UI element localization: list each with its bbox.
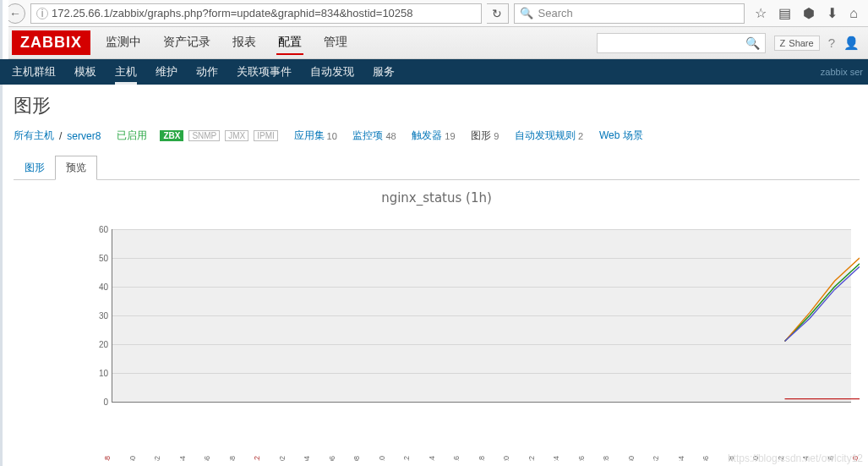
chart-x-axis: 10-11 23:4823:5023:5223:5423:5623:5810-1… (112, 405, 851, 456)
apps-count: 10 (327, 131, 337, 141)
xtick: 10-11 23:48 (103, 456, 112, 461)
site-info-icon[interactable]: i (36, 8, 48, 19)
chart-preview: nginx_status (1h) 0102030405060 10-11 23… (14, 190, 860, 461)
downloads-icon[interactable]: ⬇ (827, 5, 838, 21)
global-search-input[interactable]: 🔍 (597, 33, 766, 53)
bookmark-icon[interactable]: ☆ (755, 5, 767, 21)
ytick: 20 (99, 340, 108, 349)
items-count: 48 (385, 131, 396, 141)
tab-preview[interactable]: 预览 (55, 156, 97, 180)
chart-title: nginx_status (1h) (14, 190, 860, 206)
crumb-discovery[interactable]: 自动发现规则 (515, 129, 576, 143)
share-button[interactable]: Z Share (774, 36, 820, 51)
ytick: 10 (99, 369, 108, 378)
browser-toolbar: ← i 172.25.66.1/zabbix/graphs.php?form=u… (0, 0, 868, 27)
help-icon[interactable]: ? (828, 36, 835, 50)
menu-configuration[interactable]: 配置 (276, 31, 303, 55)
search-icon: 🔍 (520, 7, 533, 19)
share-label: Share (789, 38, 813, 48)
url-text: 172.25.66.1/zabbix/graphs.php?form=updat… (52, 7, 413, 19)
xtick: 00:22 (527, 456, 536, 461)
xtick: 00:16 (452, 456, 461, 461)
xtick: 23:54 (178, 456, 187, 461)
ytick: 40 (99, 282, 108, 292)
global-search-icon[interactable]: 🔍 (745, 36, 760, 50)
xtick: 10-12 (253, 456, 261, 461)
home-icon[interactable]: ⌂ (849, 6, 858, 21)
badge-snmp: SNMP (188, 130, 220, 141)
crumb-triggers[interactable]: 触发器 (412, 129, 442, 143)
xtick: 00:20 (502, 456, 510, 461)
series-handled (785, 258, 860, 342)
xtick: 00:14 (428, 456, 436, 461)
badge-ipmi: IPMI (254, 130, 278, 141)
chart-data-lines (112, 229, 860, 402)
submenu-actions[interactable]: 动作 (196, 64, 218, 79)
browser-refresh-button[interactable]: ↻ (487, 3, 509, 24)
submenu-services[interactable]: 服务 (373, 64, 395, 79)
user-icon[interactable]: 👤 (843, 36, 860, 51)
series-accepts (785, 264, 860, 342)
crumb-all-hosts[interactable]: 所有主机 (14, 129, 54, 143)
xtick: 00:12 (402, 456, 411, 461)
xtick: 00:28 (602, 456, 610, 461)
chart-y-axis: 0102030405060 (93, 229, 110, 402)
xtick: 23:58 (228, 456, 237, 461)
xtick: 00:32 (652, 456, 660, 461)
xtick: 00:24 (552, 456, 560, 461)
submenu-hostgroups[interactable]: 主机群组 (12, 64, 56, 79)
crumb-web[interactable]: Web 场景 (599, 129, 643, 143)
xtick: 00:30 (627, 456, 636, 461)
menu-monitoring[interactable]: 监测中 (104, 31, 143, 55)
submenu-brand-right: zabbix ser (821, 67, 863, 77)
xtick: 23:56 (203, 456, 211, 461)
xtick: 00:04 (303, 456, 311, 461)
shield-icon[interactable]: ⬢ (803, 5, 815, 21)
ytick: 50 (99, 254, 108, 263)
crumb-host[interactable]: server8 (67, 130, 101, 142)
xtick: 23:50 (128, 456, 137, 461)
menu-reports[interactable]: 报表 (231, 31, 258, 55)
share-icon: Z (780, 38, 786, 48)
menu-inventory[interactable]: 资产记录 (161, 31, 212, 55)
watermark: https://blog.csdn.net/owlcity12 (728, 452, 863, 461)
browser-search-bar[interactable]: 🔍 Search (514, 3, 745, 24)
xtick: 00:34 (677, 456, 685, 461)
main-menu: ZABBIX 监测中 资产记录 报表 配置 管理 🔍 Z Share ? 👤 (0, 27, 868, 59)
xtick: 23:52 (153, 456, 161, 461)
xtick: 00:18 (478, 456, 486, 461)
menu-admin[interactable]: 管理 (322, 31, 349, 55)
crumb-graphs: 图形 (471, 129, 491, 143)
page-title: 图形 (14, 93, 860, 118)
submenu-hosts[interactable]: 主机 (115, 64, 137, 79)
submenu-templates[interactable]: 模板 (74, 64, 96, 79)
ytick: 60 (99, 225, 108, 234)
crumb-sep: / (59, 130, 62, 142)
xtick: 00:10 (378, 456, 386, 461)
tabs: 图形 预览 (14, 155, 860, 179)
graphs-count: 9 (494, 131, 499, 141)
submenu-discovery[interactable]: 自动发现 (310, 64, 354, 79)
pocket-icon[interactable]: ▤ (778, 5, 791, 21)
ytick: 0 (103, 397, 108, 407)
xtick: 00:08 (352, 456, 361, 461)
browser-search-placeholder: Search (538, 7, 573, 19)
discovery-count: 2 (578, 131, 583, 141)
xtick: 00:36 (701, 456, 710, 461)
url-bar[interactable]: i 172.25.66.1/zabbix/graphs.php?form=upd… (30, 3, 482, 24)
submenu-maintenance[interactable]: 维护 (156, 64, 177, 79)
sub-menu: 主机群组 模板 主机 维护 动作 关联项事件 自动发现 服务 zabbix se… (0, 59, 868, 85)
tab-graph[interactable]: 图形 (14, 156, 56, 180)
xtick: 00:06 (328, 456, 336, 461)
crumb-enabled: 已启用 (117, 129, 147, 143)
xtick: 00:26 (577, 456, 586, 461)
ytick: 30 (99, 311, 108, 321)
submenu-correlation[interactable]: 关联项事件 (237, 64, 292, 79)
crumb-apps[interactable]: 应用集 (294, 129, 325, 143)
badge-zbx: ZBX (160, 130, 183, 141)
xtick: 00:02 (278, 456, 287, 461)
zabbix-logo[interactable]: ZABBIX (12, 30, 90, 55)
triggers-count: 19 (445, 131, 455, 141)
crumb-items[interactable]: 监控项 (352, 129, 383, 143)
breadcrumb: 所有主机 / server8 已启用 ZBX SNMP JMX IPMI 应用集… (14, 129, 860, 143)
